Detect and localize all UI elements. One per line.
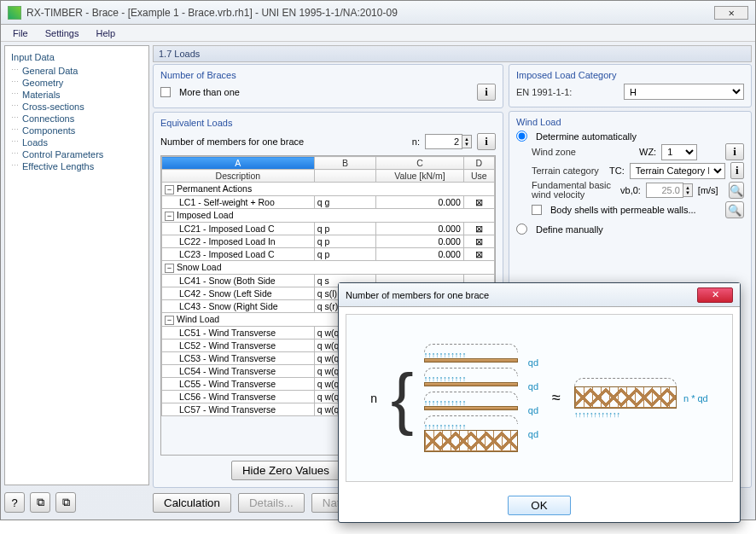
vb-detail-button[interactable]: 🔍 (729, 182, 744, 199)
expander-icon[interactable]: − (165, 316, 174, 325)
tree-item[interactable]: Cross-sections (7, 101, 147, 113)
dialog-diagram: n { ↑↑↑↑↑↑↑↑↑↑↑ ↑↑↑↑↑↑↑↑↑↑↑ ↑↑↑↑↑↑↑↑↑↑↑ … (346, 314, 733, 482)
qd-1: qd (528, 357, 538, 368)
tree-panel: Input Data General DataGeometryMaterials… (4, 45, 149, 485)
tree-item[interactable]: General Data (7, 65, 147, 77)
diagram-n-label: n (370, 392, 377, 405)
col-desc-header: Description (162, 170, 315, 183)
table-row[interactable]: LC21 - Imposed Load Cq p0.000⊠ (162, 223, 495, 235)
tree-item[interactable]: Control Parameters (7, 148, 147, 160)
n-spinner[interactable]: ▲▼ (425, 134, 472, 149)
beam-truss: ↑↑↑↑↑↑↑↑↑↑↑ (424, 415, 518, 452)
menu-help[interactable]: Help (87, 26, 124, 40)
export1-icon[interactable]: ⧉ (30, 492, 50, 513)
window-title: RX-TIMBER - Brace - [Example 1 - Brace.v… (26, 7, 398, 19)
terrain-label: Terrain category (532, 165, 604, 176)
help-icon[interactable]: ? (4, 492, 25, 513)
expander-icon[interactable]: − (165, 212, 174, 221)
dialog-close-button[interactable]: ✕ (697, 287, 733, 303)
dialog-footer: OK (339, 489, 740, 522)
tree-item[interactable]: Effective Lengths (7, 160, 147, 172)
menubar: File Settings Help (1, 25, 755, 42)
app-icon (8, 6, 21, 20)
bottom-icon-row: ? ⧉ ⧉ (4, 489, 149, 516)
wind-title: Wind Load (516, 117, 744, 127)
approx-symbol: ≈ (552, 389, 561, 407)
wind-auto-radio[interactable] (516, 131, 527, 142)
col-d-header[interactable]: D (463, 157, 494, 170)
terrain-select[interactable]: Terrain Category II (630, 163, 725, 179)
tree-item[interactable]: Components (7, 125, 147, 136)
wind-zone-label: Wind zone (532, 147, 634, 157)
group-row[interactable]: −Imposed Load (162, 209, 495, 223)
wind-zone-select[interactable]: 1 (661, 144, 697, 160)
vb-short: vb,0: (620, 185, 641, 195)
equiv-info-button[interactable]: i (477, 133, 496, 150)
body-detail-button[interactable]: 🔍 (725, 201, 744, 218)
ok-button[interactable]: OK (508, 496, 571, 515)
tree-item[interactable]: Connections (7, 113, 147, 125)
group-row[interactable]: −Permanent Actions (162, 183, 495, 196)
tree-root[interactable]: Input Data (7, 49, 147, 65)
col-a-header[interactable]: A (162, 157, 315, 170)
col-val-header: Value [kN/m] (376, 170, 464, 183)
beam-1: ↑↑↑↑↑↑↑↑↑↑↑ (424, 344, 518, 363)
result-truss (574, 378, 677, 409)
expander-icon[interactable]: − (165, 185, 174, 194)
menu-settings[interactable]: Settings (37, 26, 88, 40)
dialog-title: Number of members for one brace (346, 290, 489, 300)
n-short-label: n: (412, 136, 420, 147)
window-close-button[interactable]: ⨉ (714, 6, 748, 20)
qd-3: qd (528, 405, 538, 415)
expander-icon[interactable]: − (165, 264, 174, 273)
n-input[interactable] (425, 134, 462, 149)
bracket-icon: { (391, 373, 414, 424)
wz-short: WZ: (639, 147, 656, 157)
details-button[interactable]: Details... (238, 493, 305, 513)
tree-item[interactable]: Loads (7, 136, 147, 148)
col-c-header[interactable]: C (376, 157, 464, 170)
beam-2: ↑↑↑↑↑↑↑↑↑↑↑ (424, 368, 518, 386)
tc-short: TC: (609, 165, 625, 176)
imposed-title: Imposed Load Category (516, 70, 744, 80)
dialog-body: n { ↑↑↑↑↑↑↑↑↑↑↑ ↑↑↑↑↑↑↑↑↑↑↑ ↑↑↑↑↑↑↑↑↑↑↑ … (339, 307, 740, 489)
imposed-category-select[interactable]: H (624, 84, 744, 100)
braces-title: Number of Braces (160, 70, 496, 80)
menu-file[interactable]: File (4, 26, 37, 40)
vb-input[interactable] (646, 183, 683, 198)
body-shells-checkbox[interactable] (532, 205, 542, 215)
imposed-fieldset: Imposed Load Category EN 1991-1-1: H (509, 64, 752, 107)
more-than-one-checkbox[interactable] (160, 87, 171, 97)
col-use-header: Use (463, 170, 494, 183)
table-row[interactable]: LC22 - Imposed Load Inq p0.000⊠ (162, 235, 495, 248)
export2-icon[interactable]: ⧉ (55, 492, 76, 513)
members-dialog: Number of members for one brace ✕ n { ↑↑… (338, 282, 741, 523)
body-shells-label: Body shells with permeable walls... (550, 205, 696, 215)
vb-arrows-icon[interactable]: ▲▼ (683, 183, 693, 197)
imposed-std-label: EN 1991-1-1: (516, 87, 619, 97)
tree-item[interactable]: Materials (7, 89, 147, 101)
tree-item[interactable]: Geometry (7, 77, 147, 89)
wind-manual-radio[interactable] (516, 223, 527, 235)
n-members-label: Number of members for one brace (160, 136, 304, 147)
terrain-info-button[interactable]: i (730, 162, 744, 179)
wind-manual-label: Define manually (536, 224, 603, 235)
equiv-title: Equivalent Loads (160, 118, 496, 128)
table-row[interactable]: LC1 - Self-weight + Rooq g0.000⊠ (162, 196, 495, 209)
col-b-header[interactable]: B (314, 157, 375, 170)
calculation-button[interactable]: Calculation (153, 493, 231, 513)
wind-auto-label: Determine automatically (536, 131, 637, 142)
qd-4: qd (528, 429, 538, 439)
vb-label: Fundamental basic wind velocity (532, 181, 615, 200)
titlebar: RX-TIMBER - Brace - [Example 1 - Brace.v… (1, 1, 755, 25)
table-row[interactable]: LC23 - Imposed Load Cq p0.000⊠ (162, 248, 495, 261)
vb-spinner[interactable]: ▲▼ (646, 183, 693, 198)
hide-zero-button[interactable]: Hide Zero Values (231, 461, 340, 480)
braces-info-button[interactable]: i (477, 84, 496, 101)
group-row[interactable]: −Snow Load (162, 261, 495, 275)
section-header: 1.7 Loads (153, 45, 752, 62)
more-than-one-label: More than one (179, 87, 240, 97)
braces-fieldset: Number of Braces More than one i (153, 64, 503, 108)
spinner-arrows-icon[interactable]: ▲▼ (462, 135, 472, 148)
wind-zone-info-button[interactable]: i (725, 143, 744, 160)
